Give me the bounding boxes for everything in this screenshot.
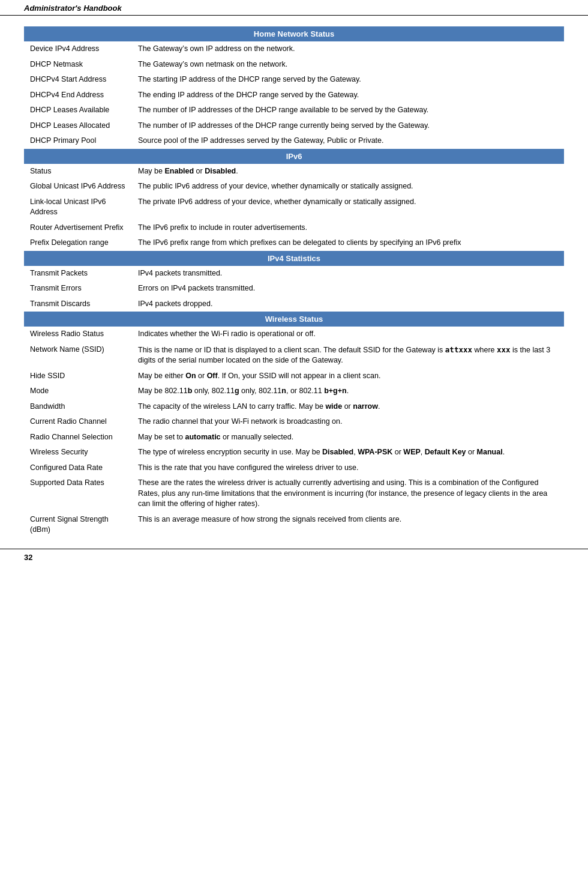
row-label: Transmit Discards xyxy=(24,297,132,312)
table-row: Router Advertisement PrefixThe IPv6 pref… xyxy=(24,220,564,236)
main-table: Home Network StatusDevice IPv4 AddressTh… xyxy=(24,26,564,538)
row-label: Supported Data Rates xyxy=(24,475,132,512)
table-row: DHCP Leases AllocatedThe number of IP ad… xyxy=(24,118,564,134)
table-row: Current Signal Strength (dBm)This is an … xyxy=(24,512,564,538)
row-label: Global Unicast IPv6 Address xyxy=(24,179,132,194)
row-description: May be either On or Off. If On, your SSI… xyxy=(132,369,564,384)
main-content: Home Network StatusDevice IPv4 AddressTh… xyxy=(0,26,588,538)
row-label: Configured Data Rate xyxy=(24,460,132,476)
row-description: The radio channel that your Wi-Fi networ… xyxy=(132,414,564,430)
table-row: Supported Data RatesThese are the rates … xyxy=(24,475,564,512)
row-description: Source pool of the IP addresses served b… xyxy=(132,133,564,149)
row-description: The type of wireless encryption security… xyxy=(132,445,564,460)
table-row: Prefix Delegation rangeThe IPv6 prefix r… xyxy=(24,235,564,251)
row-description: IPv4 packets dropped. xyxy=(132,297,564,312)
row-description: This is the rate that you have configure… xyxy=(132,460,564,476)
table-row: StatusMay be Enabled or Disabled. xyxy=(24,164,564,179)
row-label: Current Signal Strength (dBm) xyxy=(24,512,132,538)
page-footer: 32 xyxy=(0,549,588,565)
row-label: Link-local Unicast IPv6 Address xyxy=(24,194,132,220)
row-label: DHCPv4 Start Address xyxy=(24,72,132,88)
row-description: Indicates whether the Wi-Fi radio is ope… xyxy=(132,327,564,342)
table-row: Transmit DiscardsIPv4 packets dropped. xyxy=(24,297,564,312)
table-row: BandwidthThe capacity of the wireless LA… xyxy=(24,399,564,415)
row-description: Errors on IPv4 packets transmitted. xyxy=(132,281,564,297)
row-description: The public IPv6 address of your device, … xyxy=(132,179,564,194)
table-row: Global Unicast IPv6 AddressThe public IP… xyxy=(24,179,564,194)
section-title-home-network-status: Home Network Status xyxy=(24,26,564,41)
section-title-ipv4-statistics: IPv4 Statistics xyxy=(24,251,564,266)
table-row: DHCPv4 End AddressThe ending IP address … xyxy=(24,88,564,103)
table-row: Current Radio ChannelThe radio channel t… xyxy=(24,414,564,430)
section-title-wireless-status: Wireless Status xyxy=(24,312,564,327)
row-label: Network Name (SSID) xyxy=(24,342,132,369)
table-row: Link-local Unicast IPv6 AddressThe priva… xyxy=(24,194,564,220)
row-description: The private IPv6 address of your device,… xyxy=(132,194,564,220)
row-label: DHCP Leases Available xyxy=(24,103,132,118)
row-label: Mode xyxy=(24,384,132,399)
row-description: The starting IP address of the DHCP rang… xyxy=(132,72,564,88)
table-row: DHCP Primary PoolSource pool of the IP a… xyxy=(24,133,564,149)
row-description: The IPv6 prefix to include in router adv… xyxy=(132,220,564,236)
section-header-ipv4-statistics: IPv4 Statistics xyxy=(24,251,564,266)
row-label: Transmit Errors xyxy=(24,281,132,297)
table-row: Wireless Radio StatusIndicates whether t… xyxy=(24,327,564,342)
row-label: Router Advertisement Prefix xyxy=(24,220,132,236)
row-description: This is the name or ID that is displayed… xyxy=(132,342,564,369)
row-description: The Gateway’s own IP address on the netw… xyxy=(132,41,564,57)
section-header-home-network-status: Home Network Status xyxy=(24,26,564,41)
row-description: May be Enabled or Disabled. xyxy=(132,164,564,179)
page-number: 32 xyxy=(24,553,32,562)
row-description: The capacity of the wireless LAN to carr… xyxy=(132,399,564,415)
row-label: Prefix Delegation range xyxy=(24,235,132,251)
table-row: Device IPv4 AddressThe Gateway’s own IP … xyxy=(24,41,564,57)
row-label: Radio Channel Selection xyxy=(24,430,132,445)
row-description: This is an average measure of how strong… xyxy=(132,512,564,538)
row-label: Wireless Security xyxy=(24,445,132,460)
row-label: Transmit Packets xyxy=(24,266,132,282)
row-description: These are the rates the wireless driver … xyxy=(132,475,564,512)
table-row: Hide SSIDMay be either On or Off. If On,… xyxy=(24,369,564,384)
page-header: Administrator's Handbook xyxy=(0,0,588,16)
row-description: May be set to automatic or manually sele… xyxy=(132,430,564,445)
row-description: The IPv6 prefix range from which prefixe… xyxy=(132,235,564,251)
table-row: Configured Data RateThis is the rate tha… xyxy=(24,460,564,476)
row-label: Status xyxy=(24,164,132,179)
row-label: Wireless Radio Status xyxy=(24,327,132,342)
table-row: Wireless SecurityThe type of wireless en… xyxy=(24,445,564,460)
table-row: Network Name (SSID)This is the name or I… xyxy=(24,342,564,369)
header-title: Administrator's Handbook xyxy=(24,4,122,13)
row-label: Device IPv4 Address xyxy=(24,41,132,57)
row-description: The number of IP addresses of the DHCP r… xyxy=(132,118,564,134)
section-header-wireless-status: Wireless Status xyxy=(24,312,564,327)
row-label: DHCP Leases Allocated xyxy=(24,118,132,134)
table-row: ModeMay be 802.11b only, 802.11g only, 8… xyxy=(24,384,564,399)
row-label: Bandwidth xyxy=(24,399,132,415)
row-label: DHCPv4 End Address xyxy=(24,88,132,103)
row-description: IPv4 packets transmitted. xyxy=(132,266,564,282)
row-label: Hide SSID xyxy=(24,369,132,384)
row-label: Current Radio Channel xyxy=(24,414,132,430)
table-row: DHCP NetmaskThe Gateway’s own netmask on… xyxy=(24,57,564,73)
row-description: May be 802.11b only, 802.11g only, 802.1… xyxy=(132,384,564,399)
table-row: Transmit ErrorsErrors on IPv4 packets tr… xyxy=(24,281,564,297)
section-header-ipv6: IPv6 xyxy=(24,149,564,164)
row-description: The Gateway’s own netmask on the network… xyxy=(132,57,564,73)
table-row: Transmit PacketsIPv4 packets transmitted… xyxy=(24,266,564,282)
row-description: The ending IP address of the DHCP range … xyxy=(132,88,564,103)
row-label: DHCP Netmask xyxy=(24,57,132,73)
table-row: DHCPv4 Start AddressThe starting IP addr… xyxy=(24,72,564,88)
table-row: DHCP Leases AvailableThe number of IP ad… xyxy=(24,103,564,118)
table-row: Radio Channel SelectionMay be set to aut… xyxy=(24,430,564,445)
row-description: The number of IP addresses of the DHCP r… xyxy=(132,103,564,118)
section-title-ipv6: IPv6 xyxy=(24,149,564,164)
row-label: DHCP Primary Pool xyxy=(24,133,132,149)
